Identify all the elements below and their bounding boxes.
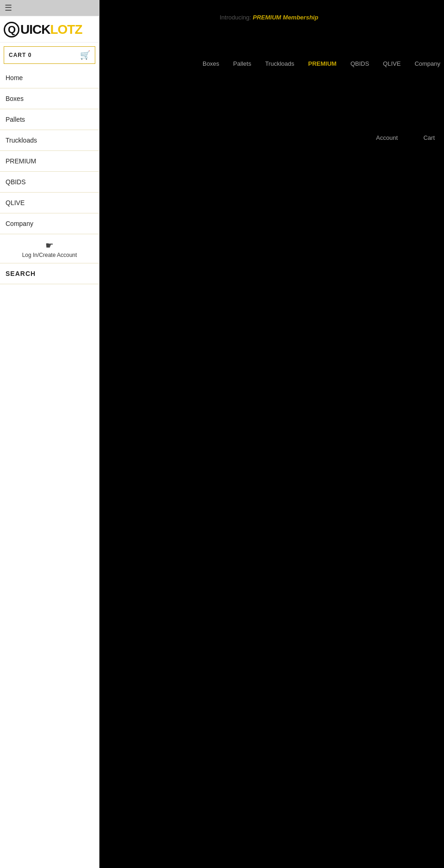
sidebar-item-home[interactable]: Home <box>0 68 99 88</box>
top-nav-pallets[interactable]: Pallets <box>233 60 251 67</box>
top-nav-company[interactable]: Company <box>414 60 440 67</box>
sidebar-item-qbids[interactable]: QBIDS <box>0 172 99 193</box>
sidebar-top-bar: ☰ <box>0 0 99 16</box>
top-nav-truckloads[interactable]: Truckloads <box>265 60 294 67</box>
announcement-highlight: PREMIUM Membership <box>253 14 319 21</box>
sidebar: ☰ QUICKLOTZ CART 0 🛒 Home Boxes Pallets … <box>0 0 99 868</box>
top-nav-cart[interactable]: Cart <box>423 134 435 141</box>
login-create-account-button[interactable]: ☛ Log In/Create Account <box>0 234 99 263</box>
logo-link[interactable]: QUICKLOTZ <box>4 22 94 37</box>
top-nav-boxes[interactable]: Boxes <box>203 60 219 67</box>
top-nav-qbids[interactable]: QBIDS <box>351 60 369 67</box>
cart-icon: 🛒 <box>80 50 90 60</box>
logo-area: QUICKLOTZ <box>0 16 99 43</box>
sidebar-item-qlive[interactable]: QLIVE <box>0 193 99 213</box>
announcement-prefix: Introducing: <box>220 14 251 21</box>
sidebar-item-pallets[interactable]: Pallets <box>0 109 99 130</box>
user-icon: ☛ <box>45 240 54 251</box>
logo-lotz-text: LOTZ <box>50 22 82 37</box>
top-nav: Boxes Pallets Truckloads PREMIUM QBIDS Q… <box>199 56 444 72</box>
sidebar-item-company[interactable]: Company <box>0 213 99 234</box>
login-label: Log In/Create Account <box>22 252 77 258</box>
announcement-bar: Introducing: PREMIUM Membership <box>220 14 318 21</box>
hamburger-icon[interactable]: ☰ <box>5 3 12 13</box>
sidebar-item-premium[interactable]: PREMIUM <box>0 151 99 172</box>
search-button[interactable]: SEARCH <box>0 263 99 284</box>
sidebar-item-boxes[interactable]: Boxes <box>0 88 99 109</box>
top-nav-premium[interactable]: PREMIUM <box>308 60 336 67</box>
logo-quick-text: UICK <box>20 22 50 37</box>
main-content: Introducing: PREMIUM Membership Boxes Pa… <box>99 0 444 868</box>
top-nav-account[interactable]: Account <box>376 134 398 141</box>
search-label: SEARCH <box>6 270 36 277</box>
cart-label: CART 0 <box>9 52 31 58</box>
cart-button[interactable]: CART 0 🛒 <box>4 46 95 64</box>
logo-q-letter: Q <box>4 22 19 37</box>
sidebar-item-truckloads[interactable]: Truckloads <box>0 130 99 151</box>
top-nav-qlive[interactable]: QLIVE <box>383 60 401 67</box>
